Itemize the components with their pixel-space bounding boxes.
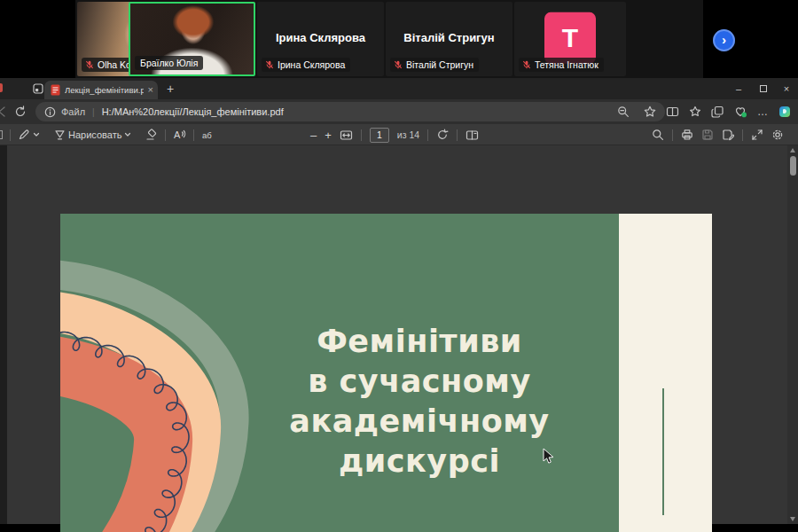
slide-title: Фемінітиви в сучасному академічному диск… xyxy=(209,322,630,481)
toolbar-divider xyxy=(10,129,11,141)
slide-title-line: в сучасному xyxy=(209,362,630,402)
participant-name: Ірина Склярова xyxy=(278,59,345,70)
browser-tab[interactable]: Лекція_фемінітиви.pdf × xyxy=(44,81,158,99)
participant-name: Браїлко Юлія xyxy=(140,58,198,68)
tab-actions-icon[interactable] xyxy=(32,82,44,95)
participant-tile-strygun[interactable]: Віталій Стригун Віталій Стригун xyxy=(386,2,512,76)
window-minimize-button[interactable]: – xyxy=(725,78,752,99)
muted-mic-icon xyxy=(522,60,531,69)
search-icon[interactable] xyxy=(652,129,664,141)
slide-title-line: дискурсі xyxy=(209,442,630,481)
maximize-icon xyxy=(760,85,767,92)
copilot-icon[interactable] xyxy=(778,106,791,118)
participant-tile-sklyarova[interactable]: Ірина Склярова Ірина Склярова xyxy=(257,2,384,76)
address-divider: | xyxy=(90,107,97,117)
highlight-draw-tool[interactable]: Нарисовать xyxy=(54,129,131,140)
address-bar-row: Файл | H:/МАн%20лекції/Лекція_фемінітиви… xyxy=(0,99,798,124)
slide-title-line: Фемінітиви xyxy=(209,322,630,362)
chevron-down-icon xyxy=(124,132,131,137)
toolbar-divider xyxy=(742,129,743,141)
ink-pen-tool[interactable] xyxy=(18,129,40,141)
chevron-right-icon: › xyxy=(722,32,726,47)
read-aloud-tool[interactable]: A xyxy=(173,129,186,141)
browser-window: Лекція_фемінітиви.pdf × + – × xyxy=(0,78,798,524)
scheme-label: Файл xyxy=(61,106,85,117)
save-icon[interactable] xyxy=(701,129,714,141)
participant-name: Тетяна Ігнатюк xyxy=(535,59,598,70)
page-view-icon[interactable] xyxy=(466,129,479,141)
pdf-toolbar: Нарисовать A xyxy=(0,124,798,145)
more-menu-icon[interactable]: … xyxy=(757,106,769,118)
window-close-button[interactable]: × xyxy=(773,78,798,99)
toolbar-divider xyxy=(361,129,362,141)
muted-mic-icon xyxy=(265,60,274,69)
print-icon[interactable] xyxy=(681,129,693,141)
settings-gear-icon[interactable] xyxy=(771,129,784,141)
avatar: Т xyxy=(544,12,596,64)
screen: Olha Korinska Браїлко Юлія Ірина Скляров… xyxy=(0,0,798,532)
participant-name-pill: Тетяна Ігнатюк xyxy=(519,58,604,72)
participant-name-pill: Віталій Стригун xyxy=(390,58,479,72)
close-tab-icon[interactable]: × xyxy=(148,85,153,95)
refresh-icon[interactable] xyxy=(14,106,27,118)
back-icon[interactable] xyxy=(0,106,7,118)
scrollbar-thumb[interactable] xyxy=(790,156,796,176)
clipped-tool-icon xyxy=(0,130,3,139)
pdf-viewport: Фемінітиви в сучасному академічному диск… xyxy=(0,145,798,524)
browser-toolbar-icons: … xyxy=(666,99,791,124)
tab-bar: Лекція_фемінітиви.pdf × + – × xyxy=(0,78,798,99)
translate-icon: аб xyxy=(201,129,215,141)
scroll-down-arrow-icon[interactable] xyxy=(790,517,795,521)
svg-text:A: A xyxy=(174,129,181,140)
muted-mic-icon xyxy=(85,60,94,69)
translate-tool[interactable]: аб xyxy=(201,129,215,141)
participant-center-name: Ірина Склярова xyxy=(257,31,384,44)
participant-name-pill: Ірина Склярова xyxy=(262,58,350,72)
info-icon[interactable] xyxy=(44,106,56,118)
mouse-cursor xyxy=(543,448,554,465)
save-as-icon[interactable] xyxy=(722,129,734,141)
address-bar[interactable]: Файл | H:/МАн%20лекції/Лекція_фемінітиви… xyxy=(35,102,665,121)
draw-tool-label: Нарисовать xyxy=(68,129,121,140)
zoom-out-page-icon[interactable] xyxy=(617,106,630,118)
zoom-in-button[interactable]: + xyxy=(325,129,332,142)
pdf-page-1: Фемінітиви в сучасному академічному диск… xyxy=(60,214,712,532)
split-screen-icon[interactable] xyxy=(666,106,679,118)
favorites-icon[interactable] xyxy=(689,106,701,118)
tab-title: Лекція_фемінітиви.pdf xyxy=(65,85,144,95)
rotate-icon[interactable] xyxy=(436,129,449,141)
next-participants-button[interactable]: › xyxy=(713,29,735,51)
pen-icon xyxy=(18,129,30,141)
fullscreen-icon[interactable] xyxy=(751,129,763,141)
toolbar-divider xyxy=(457,129,458,141)
scroll-up-arrow-icon[interactable] xyxy=(790,148,795,153)
meeting-filmstrip: Olha Korinska Браїлко Юлія Ірина Скляров… xyxy=(0,0,798,78)
decorative-vertical-line xyxy=(662,388,664,515)
zoom-out-button[interactable]: – xyxy=(310,129,317,142)
viewport-left-edge xyxy=(0,145,7,524)
toolbar-divider xyxy=(672,129,673,141)
vertical-scrollbar[interactable] xyxy=(787,145,798,524)
page-number-input[interactable]: 1 xyxy=(370,128,389,143)
toolbar-divider xyxy=(165,129,166,141)
slide-title-line: академічному xyxy=(209,402,630,442)
fit-to-width-icon[interactable] xyxy=(340,129,353,141)
add-favorite-star-icon[interactable] xyxy=(644,106,656,118)
participant-name: Віталій Стригун xyxy=(406,59,473,70)
toolbar-divider xyxy=(427,129,428,141)
highlighter-icon xyxy=(54,129,66,140)
browser-essentials-icon[interactable] xyxy=(734,106,747,118)
collections-icon[interactable] xyxy=(711,106,724,118)
pdf-favicon xyxy=(51,84,60,96)
svg-text:аб: аб xyxy=(202,130,212,140)
toolbar-divider xyxy=(193,129,194,141)
page-total-label: из 14 xyxy=(397,129,419,140)
participant-tile-brailko[interactable]: Браїлко Юлія xyxy=(129,2,255,76)
participant-tile-ihnatiuk[interactable]: Т Тетяна Ігнатюк xyxy=(514,2,626,76)
clipped-edge-icon xyxy=(0,83,3,92)
eraser-icon xyxy=(145,129,158,141)
chevron-down-icon xyxy=(33,132,40,137)
read-aloud-icon: A xyxy=(173,129,186,141)
eraser-tool[interactable] xyxy=(145,129,158,141)
new-tab-button[interactable]: + xyxy=(167,82,174,96)
